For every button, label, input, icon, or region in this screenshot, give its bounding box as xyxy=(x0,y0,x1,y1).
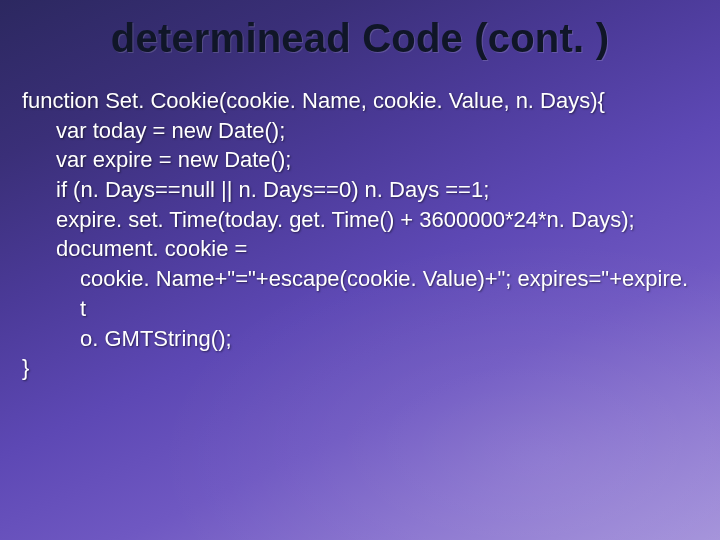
code-line: if (n. Days==null || n. Days==0) n. Days… xyxy=(22,175,698,205)
code-line: function Set. Cookie(cookie. Name, cooki… xyxy=(22,86,698,116)
code-line: cookie. Name+"="+escape(cookie. Value)+"… xyxy=(22,264,698,323)
code-line: o. GMTString(); xyxy=(22,324,698,354)
code-block: function Set. Cookie(cookie. Name, cooki… xyxy=(22,86,698,383)
code-line: var expire = new Date(); xyxy=(22,145,698,175)
code-line: expire. set. Time(today. get. Time() + 3… xyxy=(22,205,698,235)
code-line: } xyxy=(22,353,698,383)
slide: determinead Code (cont. ) function Set. … xyxy=(0,0,720,540)
slide-title: determinead Code (cont. ) xyxy=(0,16,720,61)
code-line: document. cookie = xyxy=(22,234,698,264)
code-line: var today = new Date(); xyxy=(22,116,698,146)
